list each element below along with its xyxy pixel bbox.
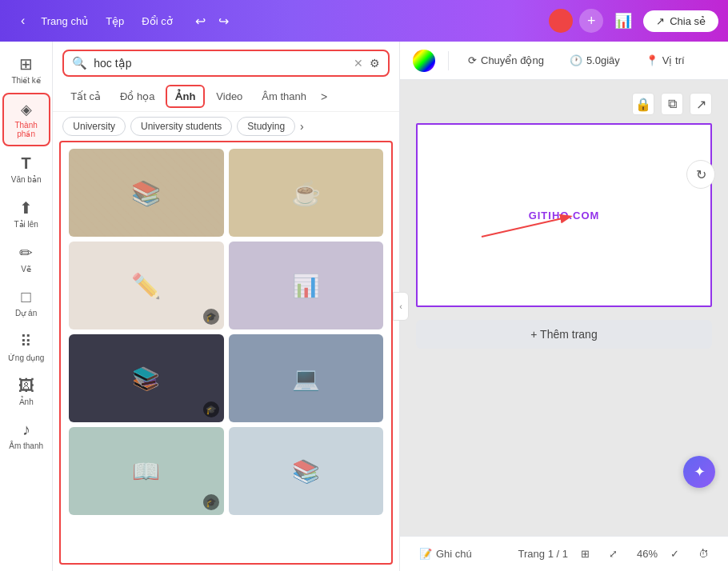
page-info: Trang 1 / 1 xyxy=(518,548,568,560)
image-item-7[interactable]: 📖 🎓 xyxy=(69,427,223,515)
fullscreen-button[interactable]: ⤢ xyxy=(602,545,624,563)
am-thanh-label: Âm thanh xyxy=(9,441,43,450)
notes-label: Ghi chú xyxy=(436,548,472,560)
back-button[interactable]: ‹ xyxy=(16,10,30,31)
image-item-6[interactable]: 💻 xyxy=(229,334,383,422)
thanh-phan-icon: ◈ xyxy=(21,101,32,118)
sidebar-item-ve[interactable]: ✏ Vẽ xyxy=(2,237,50,280)
image-item-3[interactable]: ✏️ 🎓 xyxy=(69,242,223,329)
undo-button[interactable]: ↩ xyxy=(190,10,210,32)
avatar-button[interactable] xyxy=(549,9,573,33)
sidebar-item-tai-len[interactable]: ⬆ Tải lên xyxy=(2,192,50,235)
ve-icon: ✏ xyxy=(19,243,33,262)
position-button[interactable]: 📍 Vị trí xyxy=(639,51,691,70)
file-nav[interactable]: Tệp xyxy=(98,12,132,30)
image-badge-7: 🎓 xyxy=(203,494,219,510)
image-badge-5: 🎓 xyxy=(203,401,219,417)
add-page-button[interactable]: + Thêm trang xyxy=(416,320,712,349)
topbar: ‹ Trang chủ Tệp Đổi cở ↩ ↪ + 📊 ↗ Chia sẻ xyxy=(0,0,728,42)
home-nav[interactable]: Trang chủ xyxy=(33,12,96,30)
animation-label: Chuyển động xyxy=(481,54,544,66)
sidebar-item-du-an[interactable]: □ Dự án xyxy=(2,282,50,324)
image-item-5[interactable]: 📚 🎓 xyxy=(69,334,223,422)
clock-icon: 🕐 xyxy=(570,54,582,66)
image-item-4[interactable]: 📊 xyxy=(229,242,383,329)
add-button[interactable]: + xyxy=(579,9,603,33)
redo-button[interactable]: ↪ xyxy=(214,10,234,32)
bottom-center: Trang 1 / 1 ⊞ ⤢ xyxy=(518,545,624,563)
sidebar-item-thiet-ke[interactable]: ⊞ Thiết kế xyxy=(2,48,50,91)
chip-university-students[interactable]: University students xyxy=(130,117,232,136)
left-panel: 🔍 ✕ ⚙ Tất cả Đồ họa Ảnh Video Âm thanh >… xyxy=(53,42,400,571)
resize-nav[interactable]: Đổi cở xyxy=(134,12,180,30)
thanh-phan-label: Thành phần xyxy=(9,121,44,138)
tab-do-hoa[interactable]: Đồ họa xyxy=(112,86,162,106)
grid-view-button[interactable]: ⊞ xyxy=(574,545,596,563)
chips-more-icon[interactable]: › xyxy=(300,120,304,133)
check-button[interactable]: ✓ xyxy=(664,545,686,563)
thiet-ke-icon: ⊞ xyxy=(19,54,33,74)
search-input[interactable] xyxy=(94,57,347,70)
am-thanh-icon: ♪ xyxy=(22,421,30,439)
image-item-8[interactable]: 📚 xyxy=(229,427,383,515)
image-grid-container: 📚 ☕ ✏️ 🎓 📊 xyxy=(59,141,393,565)
sidebar-item-thanh-phan[interactable]: ◈ Thành phần xyxy=(2,93,50,146)
animation-button[interactable]: ⟳ Chuyển động xyxy=(462,51,550,70)
tab-video[interactable]: Video xyxy=(208,86,250,106)
duration-button[interactable]: 🕐 5.0giây xyxy=(563,51,626,70)
export-icon[interactable]: ↗ xyxy=(690,93,712,115)
main-layout: ⊞ Thiết kế ◈ Thành phần T Văn bản ⬆ Tải … xyxy=(0,42,728,571)
canvas-text: GITIHO.COM xyxy=(529,210,600,222)
animation-icon: ⟳ xyxy=(468,54,477,66)
ung-dung-label: Ứng dụng xyxy=(8,353,45,362)
canvas-page[interactable]: GITIHO.COM xyxy=(416,123,712,307)
timer-button[interactable]: ⏱ xyxy=(692,545,715,563)
tab-anh[interactable]: Ảnh xyxy=(166,85,205,108)
tab-am-thanh[interactable]: Âm thanh xyxy=(254,86,314,106)
lock-icon[interactable]: 🔒 xyxy=(632,93,654,115)
collapse-icon: ‹ xyxy=(399,301,402,311)
share-icon: ↗ xyxy=(656,15,665,27)
sidebar-item-van-ban[interactable]: T Văn bản xyxy=(2,148,50,190)
search-input-wrapper: 🔍 ✕ ⚙ xyxy=(62,50,390,77)
magic-button[interactable]: ✦ xyxy=(683,456,715,488)
van-ban-label: Văn bản xyxy=(11,175,42,184)
duplicate-icon[interactable]: ⧉ xyxy=(661,93,683,115)
secondary-toolbar: ⟳ Chuyển động 🕐 5.0giây 📍 Vị trí xyxy=(400,42,728,80)
image-item-1[interactable]: 📚 xyxy=(69,149,223,237)
image-grid: 📚 ☕ ✏️ 🎓 📊 xyxy=(69,149,383,515)
bottom-bar: 📝 Ghi chú Trang 1 / 1 ⊞ ⤢ 46% ✓ ⏱ xyxy=(400,536,728,571)
timer-icon: ⏱ xyxy=(698,548,709,560)
topbar-nav: Trang chủ Tệp Đổi cở xyxy=(33,12,180,30)
toolbar-separator-1 xyxy=(448,51,449,70)
notes-button[interactable]: 📝 Ghi chú xyxy=(413,545,478,563)
thiet-ke-label: Thiết kế xyxy=(11,76,40,85)
right-section: ⟳ Chuyển động 🕐 5.0giây 📍 Vị trí 🔒 ⧉ ↗ xyxy=(400,42,728,571)
anh-label: Ảnh xyxy=(19,397,34,406)
chip-studying[interactable]: Studying xyxy=(237,117,295,136)
search-clear-icon[interactable]: ✕ xyxy=(354,57,363,70)
chip-university[interactable]: University xyxy=(62,117,126,136)
check-icon: ✓ xyxy=(670,548,679,560)
image-item-2[interactable]: ☕ xyxy=(229,149,383,237)
search-bar: 🔍 ✕ ⚙ xyxy=(53,42,399,82)
bottom-right: 46% ✓ ⏱ xyxy=(637,545,715,563)
search-filter-icon[interactable]: ⚙ xyxy=(370,57,380,70)
analytics-button[interactable]: 📊 xyxy=(610,9,637,33)
fullscreen-icon: ⤢ xyxy=(609,548,618,560)
sidebar-item-ung-dung[interactable]: ⠿ Ứng dụng xyxy=(2,325,50,369)
tab-tat-ca[interactable]: Tất cả xyxy=(62,86,109,106)
sidebar: ⊞ Thiết kế ◈ Thành phần T Văn bản ⬆ Tải … xyxy=(0,42,53,571)
tai-len-label: Tải lên xyxy=(14,220,38,229)
sidebar-item-anh[interactable]: 🖼 Ảnh xyxy=(2,370,50,413)
zoom-level: 46% xyxy=(637,548,658,560)
sidebar-item-am-thanh[interactable]: ♪ Âm thanh xyxy=(2,414,50,457)
tabs-more-icon[interactable]: > xyxy=(321,90,327,103)
du-an-icon: □ xyxy=(22,288,31,306)
notes-icon: 📝 xyxy=(419,548,432,560)
refresh-button[interactable]: ↻ xyxy=(686,160,715,189)
color-picker[interactable] xyxy=(413,50,435,72)
page-canvas-area: 🔒 ⧉ ↗ GITIHO.COM xyxy=(416,93,712,349)
share-button[interactable]: ↗ Chia sẻ xyxy=(643,10,718,32)
collapse-handle[interactable]: ‹ xyxy=(393,292,409,321)
